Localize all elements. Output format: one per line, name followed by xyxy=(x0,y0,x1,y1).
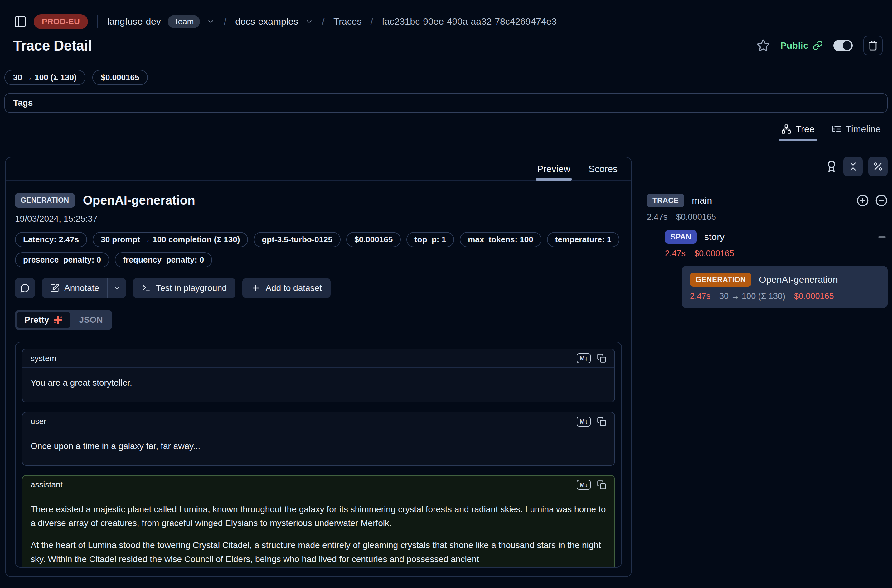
expand-all-button[interactable] xyxy=(856,194,869,207)
bookmark-star-button[interactable] xyxy=(757,39,770,52)
message-content: Once upon a time in a galaxy far, far aw… xyxy=(23,431,614,465)
public-toggle[interactable] xyxy=(833,40,853,51)
collapse-all-button[interactable] xyxy=(843,157,863,176)
comment-bubble-icon xyxy=(20,283,30,293)
environment-badge: PROD-EU xyxy=(34,14,88,29)
chevron-down-icon xyxy=(113,284,121,292)
chevrons-down-up-icon xyxy=(848,161,858,172)
copy-button[interactable] xyxy=(597,480,606,489)
plus-circle-icon xyxy=(856,194,869,207)
top-p-badge: top_p: 1 xyxy=(406,232,454,247)
tags-box[interactable]: Tags xyxy=(5,93,887,112)
metrics-heatmap-button[interactable] xyxy=(868,157,887,176)
test-in-playground-button[interactable]: Test in playground xyxy=(133,278,236,298)
page-title: Trace Detail xyxy=(13,37,92,54)
message-role: user xyxy=(30,417,47,426)
org-switcher-chevron-icon[interactable] xyxy=(207,18,215,26)
tab-timeline[interactable]: Timeline xyxy=(824,121,887,141)
tab-scores[interactable]: Scores xyxy=(580,162,626,180)
breadcrumb: PROD-EU langfuse-dev Team / docs-example… xyxy=(0,0,892,31)
tab-preview[interactable]: Preview xyxy=(529,162,578,180)
tree-node-generation-selected[interactable]: GENERATION OpenAI-generation 2.47s 30 → … xyxy=(682,266,887,308)
breadcrumb-slash: / xyxy=(369,16,375,27)
assistant-paragraph: There existed a majestic planet called L… xyxy=(30,502,606,531)
message-content: There existed a majestic planet called L… xyxy=(23,495,614,568)
observation-name: OpenAI-generation xyxy=(83,193,195,207)
trace-latency: 2.47s xyxy=(647,212,667,222)
span-name: story xyxy=(704,232,725,242)
terminal-icon xyxy=(141,284,151,293)
message-role: assistant xyxy=(30,480,63,489)
annotate-button[interactable]: Annotate xyxy=(42,278,107,298)
trace-tree: TRACE main xyxy=(647,194,887,308)
generation-latency: 2.47s xyxy=(690,291,710,301)
breadcrumb-slash: / xyxy=(222,16,228,27)
project-name[interactable]: docs-examples xyxy=(235,16,298,27)
generation-cost: $0.000165 xyxy=(794,291,834,301)
tab-tree-label: Tree xyxy=(796,124,815,134)
public-share-link[interactable]: Public xyxy=(780,40,823,51)
temperature-badge: temperature: 1 xyxy=(547,232,620,247)
add-to-dataset-button[interactable]: Add to dataset xyxy=(242,278,330,298)
delete-trace-button[interactable] xyxy=(863,36,883,55)
format-toggle: Pretty JSON xyxy=(15,310,112,330)
annotate-split-button: Annotate xyxy=(42,278,126,298)
org-name[interactable]: langfuse-dev xyxy=(107,16,161,27)
tree-node-trace[interactable]: TRACE main xyxy=(647,194,887,207)
toggle-knob xyxy=(843,41,851,50)
award-icon xyxy=(825,160,838,173)
trace-detail-page: PROD-EU langfuse-dev Team / docs-example… xyxy=(0,0,892,577)
span-latency: 2.47s xyxy=(665,249,686,258)
span-children: GENERATION OpenAI-generation 2.47s 30 → … xyxy=(672,266,887,308)
markdown-toggle-icon[interactable]: M↓ xyxy=(577,480,591,490)
message-panel-system: system M↓ You are a great storytelle xyxy=(22,348,615,402)
presence-penalty-badge: presence_penalty: 0 xyxy=(15,252,109,267)
copy-button[interactable] xyxy=(597,354,606,363)
tab-tree[interactable]: Tree xyxy=(775,121,821,141)
view-mode-tabs: Tree Timeline xyxy=(0,121,892,141)
traces-link[interactable]: Traces xyxy=(333,16,362,27)
pretty-toggle-option[interactable]: Pretty xyxy=(17,312,70,328)
markdown-toggle-icon[interactable]: M↓ xyxy=(577,353,591,363)
assistant-paragraph: At the heart of Lumina stood the towerin… xyxy=(30,538,606,567)
cost-badge: $0.000165 xyxy=(346,232,401,247)
star-icon xyxy=(757,39,770,52)
generation-usage: 30 → 100 (Σ 130) xyxy=(719,291,785,301)
square-pen-icon xyxy=(50,284,59,293)
markdown-toggle-icon[interactable]: M↓ xyxy=(577,417,591,426)
trace-tree-panel: TRACE main xyxy=(647,157,887,577)
messages-container: system M↓ You are a great storytelle xyxy=(15,342,622,568)
network-tree-icon xyxy=(781,124,791,134)
trash-icon xyxy=(868,40,878,51)
observation-timestamp: 19/03/2024, 15:25:37 xyxy=(15,214,622,224)
project-switcher-chevron-icon[interactable] xyxy=(305,18,313,26)
generation-name: OpenAI-generation xyxy=(759,274,838,285)
sidebar-toggle-button[interactable] xyxy=(14,15,27,28)
model-badge: gpt-3.5-turbo-0125 xyxy=(254,232,341,247)
minus-circle-icon xyxy=(875,194,887,207)
comment-button[interactable] xyxy=(15,278,35,298)
trace-badge: TRACE xyxy=(647,194,684,207)
message-panel-user: user M↓ Once upon a time in a galaxy xyxy=(22,412,615,466)
generation-type-badge: GENERATION xyxy=(15,193,75,208)
copy-icon xyxy=(597,354,606,363)
collapse-node-button[interactable] xyxy=(876,231,887,243)
message-role: system xyxy=(30,354,56,363)
span-cost: $0.000165 xyxy=(694,249,734,258)
max-tokens-badge: max_tokens: 100 xyxy=(460,232,541,247)
collapse-tree-button[interactable] xyxy=(875,194,887,207)
json-toggle-option[interactable]: JSON xyxy=(71,312,110,328)
scores-award-button[interactable] xyxy=(825,160,838,173)
trace-cost: $0.000165 xyxy=(676,212,716,222)
tab-timeline-label: Timeline xyxy=(846,124,881,134)
message-panel-assistant: assistant M↓ There ex xyxy=(22,475,615,568)
tags-label: Tags xyxy=(13,98,33,108)
annotate-dropdown-button[interactable] xyxy=(108,278,126,298)
minus-icon xyxy=(876,231,887,243)
panel-tabs: Preview Scores xyxy=(6,158,631,180)
trace-name: main xyxy=(692,195,712,206)
breadcrumb-slash: / xyxy=(320,16,327,27)
copy-button[interactable] xyxy=(597,417,606,426)
tree-node-span[interactable]: SPAN story xyxy=(665,230,887,244)
copy-icon xyxy=(597,480,606,489)
